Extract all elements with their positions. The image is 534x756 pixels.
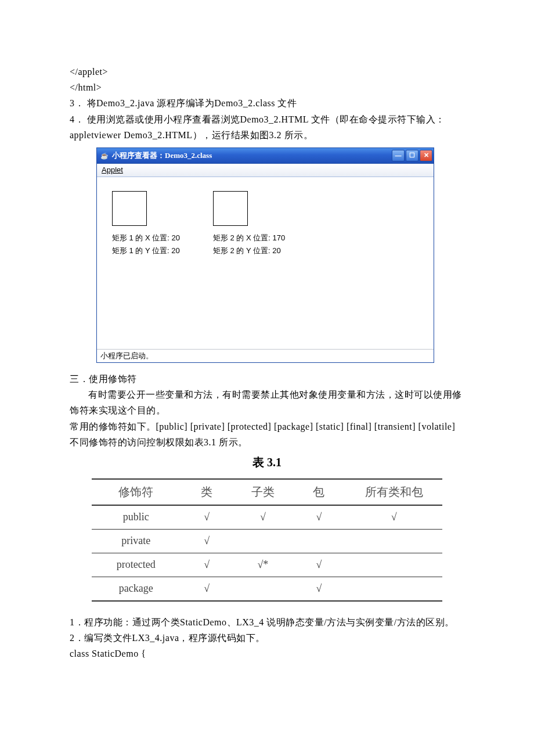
titlebar-left: ☕ 小程序查看器：Demo3_2.class [100, 150, 212, 161]
cell: √ [181, 553, 234, 577]
status-text: 小程序已启动。 [100, 351, 153, 361]
code-line: </applet> [70, 64, 464, 80]
minimize-button[interactable]: — [392, 150, 405, 161]
menubar: Applet [97, 164, 434, 177]
window-title: 小程序查看器：Demo3_2.class [112, 150, 212, 161]
table-row: protected √ √* √ [92, 553, 442, 577]
applet-canvas: 矩形 1 的 X 位置: 20 矩形 1 的 Y 位置: 20 矩形 2 的 X… [97, 177, 434, 349]
rect1-y-label: 矩形 1 的 Y 位置: 20 [112, 246, 180, 256]
cell [233, 529, 293, 553]
rect2-y-label: 矩形 2 的 Y 位置: 20 [213, 246, 281, 256]
applet-screenshot: ☕ 小程序查看器：Demo3_2.class — ☐ ✕ Applet 矩形 1… [96, 147, 464, 363]
th-all: 所有类和包 [345, 479, 442, 505]
cell [293, 529, 346, 553]
java-cup-icon: ☕ [100, 152, 109, 160]
menu-applet[interactable]: Applet [102, 165, 123, 174]
applet-window: ☕ 小程序查看器：Demo3_2.class — ☐ ✕ Applet 矩形 1… [96, 147, 434, 363]
modifier-table: 修饰符 类 子类 包 所有类和包 public √ √ √ √ private … [92, 478, 442, 602]
table-row: public √ √ √ √ [92, 505, 442, 530]
cell: √ [233, 505, 293, 530]
th-class: 类 [181, 479, 234, 505]
close-icon: ✕ [424, 152, 429, 159]
cell: √ [181, 577, 234, 601]
cell: √ [293, 577, 346, 601]
window-buttons: — ☐ ✕ [392, 150, 432, 161]
cell: package [92, 577, 181, 601]
cell [345, 577, 442, 601]
th-package: 包 [293, 479, 346, 505]
rect1-x-label: 矩形 1 的 X 位置: 20 [112, 233, 180, 243]
minimize-icon: — [395, 152, 402, 159]
th-subclass: 子类 [233, 479, 293, 505]
section-heading: 三．使用修饰符 [70, 371, 464, 387]
cell: √ [181, 505, 234, 530]
table-row: package √ √ [92, 577, 442, 601]
th-modifier: 修饰符 [92, 479, 181, 505]
body-text: appletviewer Demo3_2.HTML），运行结果如图3.2 所示。 [70, 127, 464, 143]
maximize-icon: ☐ [409, 152, 415, 159]
statusbar: 小程序已启动。 [97, 349, 434, 362]
window-titlebar: ☕ 小程序查看器：Demo3_2.class — ☐ ✕ [97, 148, 434, 164]
cell: √ [293, 505, 346, 530]
cell: √ [181, 529, 234, 553]
code-line: </html> [70, 80, 464, 95]
cell [233, 577, 293, 601]
body-text: 2．编写类文件LX3_4.java，程序源代码如下。 [70, 630, 464, 646]
cell [345, 529, 442, 553]
table-caption: 表 3.1 [70, 455, 464, 470]
rectangle-1 [112, 191, 147, 226]
cell: √ [293, 553, 346, 577]
body-text: 3． 将Demo3_2.java 源程序编译为Demo3_2.class 文件 [70, 95, 464, 111]
cell: √ [345, 505, 442, 530]
table-header-row: 修饰符 类 子类 包 所有类和包 [92, 479, 442, 505]
rect2-x-label: 矩形 2 的 X 位置: 170 [213, 233, 285, 243]
code-line: class StaticDemo { [70, 646, 464, 661]
body-text: 4． 使用浏览器或使用小程序查看器浏览Demo3_2.HTML 文件（即在命令提… [70, 111, 464, 127]
body-paragraph: 有时需要公开一些变量和方法，有时需要禁止其他对象使用变量和方法，这时可以使用修饰… [70, 387, 464, 418]
close-button[interactable]: ✕ [420, 150, 432, 161]
cell: protected [92, 553, 181, 577]
cell: public [92, 505, 181, 530]
cell [345, 553, 442, 577]
maximize-button[interactable]: ☐ [406, 150, 418, 161]
document-page: </applet> </html> 3． 将Demo3_2.java 源程序编译… [0, 0, 534, 696]
rectangle-2 [213, 191, 248, 226]
body-text: 1．程序功能：通过两个类StaticDemo、LX3_4 说明静态变量/方法与实… [70, 614, 464, 630]
cell: √* [233, 553, 293, 577]
body-paragraph: 常用的修饰符如下。[public] [private] [protected] … [70, 419, 464, 450]
table-row: private √ [92, 529, 442, 553]
cell: private [92, 529, 181, 553]
